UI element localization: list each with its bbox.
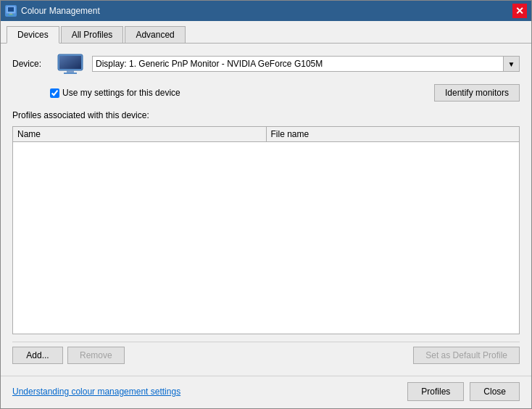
svg-rect-2 bbox=[9, 13, 12, 15]
device-row: Device: D bbox=[12, 52, 520, 75]
identify-monitors-button[interactable]: Identify monitors bbox=[434, 84, 520, 102]
use-settings-text: Use my settings for this device bbox=[62, 88, 180, 98]
close-button[interactable]: Close bbox=[470, 382, 520, 401]
remove-button[interactable]: Remove bbox=[67, 347, 125, 364]
profiles-associated-label: Profiles associated with this device: bbox=[12, 110, 520, 120]
svg-rect-7 bbox=[67, 70, 74, 73]
device-dropdown-wrapper: Display: 1. Generic PnP Monitor - NVIDIA… bbox=[92, 56, 520, 72]
title-bar-left: Colour Management bbox=[5, 5, 100, 17]
use-settings-label[interactable]: Use my settings for this device bbox=[50, 88, 180, 98]
table-header: Name File name bbox=[13, 127, 519, 142]
table-body bbox=[13, 142, 519, 273]
set-default-profile-button[interactable]: Set as Default Profile bbox=[413, 347, 520, 364]
window-close-button[interactable]: ✕ bbox=[512, 4, 527, 18]
profiles-button[interactable]: Profiles bbox=[407, 382, 464, 401]
svg-rect-8 bbox=[64, 73, 77, 74]
tab-advanced[interactable]: Advanced bbox=[125, 26, 185, 44]
identify-row: Use my settings for this device Identify… bbox=[50, 84, 520, 102]
monitor-icon bbox=[56, 52, 85, 75]
bottom-left-buttons: Add... Remove bbox=[12, 347, 125, 364]
tab-devices[interactable]: Devices bbox=[7, 26, 59, 44]
svg-rect-1 bbox=[8, 7, 14, 12]
title-bar: Colour Management ✕ bbox=[1, 1, 531, 21]
footer: Understanding colour management settings… bbox=[1, 376, 531, 408]
app-icon bbox=[5, 5, 17, 17]
understanding-link[interactable]: Understanding colour management settings bbox=[12, 387, 180, 397]
dropdown-arrow-icon[interactable]: ▼ bbox=[504, 56, 520, 72]
window-title: Colour Management bbox=[21, 6, 100, 16]
tab-all-profiles[interactable]: All Profiles bbox=[61, 26, 124, 44]
main-content: Device: D bbox=[1, 44, 531, 376]
main-window: Colour Management ✕ Devices All Profiles… bbox=[0, 0, 532, 409]
add-button[interactable]: Add... bbox=[12, 347, 63, 364]
footer-left: Understanding colour management settings bbox=[12, 387, 180, 397]
footer-right: Profiles Close bbox=[407, 382, 520, 401]
use-settings-checkbox[interactable] bbox=[50, 88, 59, 98]
tabs-bar: Devices All Profiles Advanced bbox=[1, 21, 531, 44]
bottom-buttons: Add... Remove Set as Default Profile bbox=[12, 342, 520, 367]
profiles-table: Name File name bbox=[12, 126, 520, 334]
col-filename-header: File name bbox=[267, 127, 520, 141]
svg-rect-3 bbox=[8, 15, 14, 15]
col-name-header: Name bbox=[13, 127, 267, 141]
svg-rect-6 bbox=[59, 56, 81, 69]
device-dropdown[interactable]: Display: 1. Generic PnP Monitor - NVIDIA… bbox=[92, 56, 504, 72]
device-label: Device: bbox=[12, 59, 49, 69]
